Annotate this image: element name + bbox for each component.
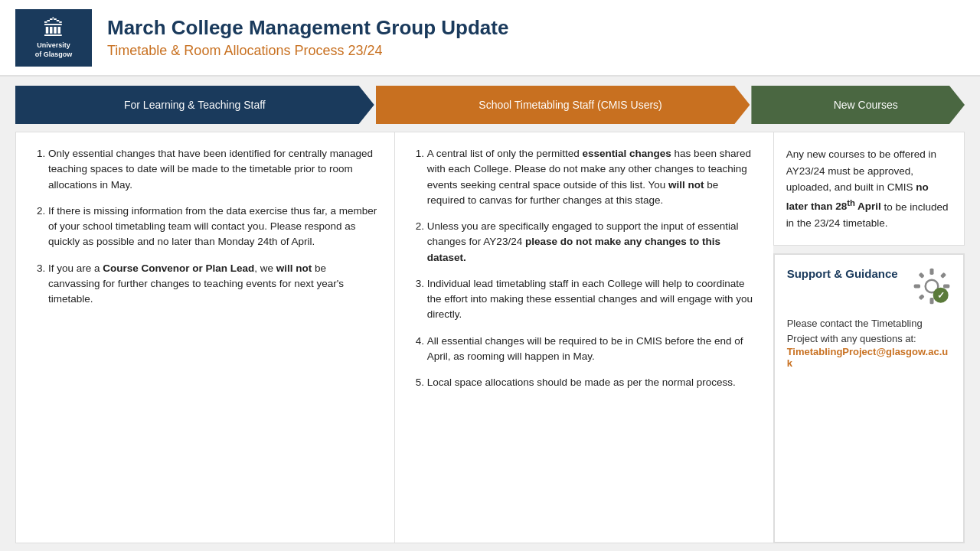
header-text: March College Management Group Update Ti… bbox=[107, 16, 508, 59]
support-contact-text: Please contact the Timetabling Project w… bbox=[787, 316, 951, 346]
col-learning-teaching: Only essential changes that have been id… bbox=[15, 132, 394, 543]
page: 🏛 Universityof Glasgow March College Man… bbox=[0, 0, 980, 551]
gear-icon: ✓ bbox=[913, 267, 951, 308]
header-title: March College Management Group Update bbox=[107, 16, 508, 40]
content-area: Only essential changes that have been id… bbox=[15, 132, 965, 543]
list-item: Individual lead timetabling staff in eac… bbox=[427, 276, 758, 323]
col1-list: Only essential changes that have been id… bbox=[31, 146, 379, 307]
svg-rect-7 bbox=[940, 272, 946, 279]
header: 🏛 Universityof Glasgow March College Man… bbox=[0, 0, 980, 77]
list-item: If there is missing information from the… bbox=[48, 204, 379, 250]
banners: For Learning & Teaching Staff School Tim… bbox=[15, 86, 965, 124]
svg-rect-3 bbox=[914, 285, 920, 289]
support-title-text: Support & Guidance bbox=[787, 267, 898, 280]
svg-text:✓: ✓ bbox=[937, 290, 945, 300]
list-item: Local space allocations should be made a… bbox=[427, 375, 758, 390]
col-new-courses: Any new courses to be offered in AY23/24… bbox=[773, 132, 965, 543]
banner-learning-teaching: For Learning & Teaching Staff bbox=[15, 86, 374, 124]
list-item: If you are a Course Convenor or Plan Lea… bbox=[48, 261, 379, 308]
banner-2-label: School Timetabling Staff (CMIS Users) bbox=[479, 99, 662, 111]
banner-school-timetabling: School Timetabling Staff (CMIS Users) bbox=[376, 86, 750, 124]
support-title: Support & Guidance bbox=[787, 267, 898, 280]
banner-1-label: For Learning & Teaching Staff bbox=[124, 99, 266, 111]
list-item: Only essential changes that have been id… bbox=[48, 146, 379, 193]
new-courses-box: Any new courses to be offered in AY23/24… bbox=[773, 132, 965, 246]
list-item: A central list of only the permitted ess… bbox=[427, 146, 758, 208]
list-item: Unless you are specifically engaged to s… bbox=[427, 219, 758, 266]
new-courses-text: Any new courses to be offered in AY23/24… bbox=[786, 146, 952, 231]
support-email[interactable]: TimetablingProject@glasgow.ac.uk bbox=[787, 346, 951, 369]
svg-rect-1 bbox=[930, 269, 934, 275]
svg-rect-4 bbox=[943, 285, 949, 289]
support-guidance-box: Support & Guidance bbox=[773, 253, 965, 543]
logo-text: Universityof Glasgow bbox=[35, 41, 73, 59]
col-school-timetabling: A central list of only the permitted ess… bbox=[394, 132, 773, 543]
banner-new-courses: New Courses bbox=[751, 86, 965, 124]
logo: 🏛 Universityof Glasgow bbox=[15, 9, 92, 67]
svg-rect-8 bbox=[919, 295, 925, 301]
col2-list: A central list of only the permitted ess… bbox=[410, 146, 758, 390]
svg-rect-5 bbox=[919, 272, 925, 279]
logo-icon: 🏛 bbox=[43, 16, 64, 41]
header-subtitle: Timetable & Room Allocations Process 23/… bbox=[107, 43, 508, 59]
banner-3-label: New Courses bbox=[834, 99, 898, 111]
svg-rect-2 bbox=[930, 298, 934, 304]
list-item: All essential changes will be required t… bbox=[427, 334, 758, 365]
support-header: Support & Guidance bbox=[787, 267, 951, 308]
